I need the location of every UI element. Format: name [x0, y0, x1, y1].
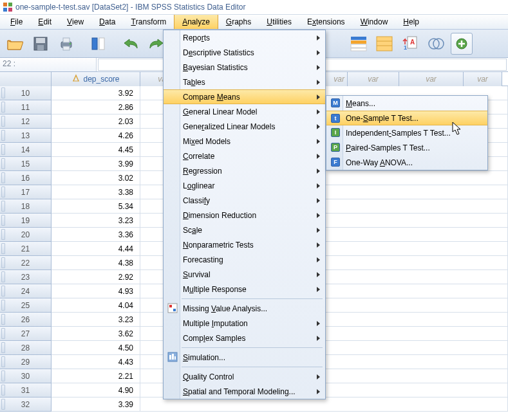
- cell[interactable]: 4.45: [52, 143, 140, 157]
- undo-button[interactable]: [120, 33, 142, 55]
- row-header[interactable]: 25: [0, 298, 52, 313]
- row-header[interactable]: 22: [0, 256, 52, 270]
- cell[interactable]: 3.23: [52, 313, 140, 327]
- cell[interactable]: 3.92: [52, 86, 140, 100]
- column-header[interactable]: var: [399, 72, 464, 86]
- cell[interactable]: 2.92: [52, 270, 140, 284]
- row-header[interactable]: 28: [0, 341, 52, 355]
- cell[interactable]: 5.34: [52, 199, 140, 214]
- row-header[interactable]: 10: [0, 86, 52, 100]
- value-labels-icon[interactable]: [373, 33, 395, 55]
- menu-item-correlate[interactable]: Correlate: [164, 149, 325, 163]
- row-header[interactable]: 12: [0, 114, 52, 129]
- submenu-item-means[interactable]: MMeans...: [326, 96, 487, 111]
- cell[interactable]: 4.43: [52, 355, 140, 369]
- column-header[interactable]: var: [464, 72, 502, 86]
- cell[interactable]: 4.26: [52, 129, 140, 143]
- row-header[interactable]: 13: [0, 129, 52, 143]
- row-header[interactable]: 32: [0, 397, 52, 412]
- row-header[interactable]: 31: [0, 383, 52, 397]
- menu-item-spatial-and-temporal-modeling[interactable]: Spatial and Temporal Modeling...: [164, 384, 325, 399]
- menu-item-dimension-reduction[interactable]: Dimension Reduction: [164, 208, 325, 223]
- row-header[interactable]: 26: [0, 313, 52, 327]
- submenu-item-one-way-anova[interactable]: FOne-Way ANOVA...: [326, 155, 487, 170]
- menu-item-compare-means[interactable]: Compare Means: [164, 89, 325, 104]
- menu-item-complex-samples[interactable]: Complex Samples: [164, 331, 325, 345]
- menu-item-missing-value-analysis[interactable]: Missing Value Analysis...: [164, 301, 325, 316]
- submenu-item-independent-samples-t-test[interactable]: IIndependent-Samples T Test...: [326, 125, 487, 140]
- menu-window[interactable]: Window: [353, 15, 396, 29]
- menu-item-nonparametric-tests[interactable]: Nonparametric Tests: [164, 237, 325, 252]
- menu-item-tables[interactable]: Tables: [164, 75, 325, 89]
- menu-item-general-linear-model[interactable]: General Linear Model: [164, 104, 325, 119]
- save-button[interactable]: [30, 33, 52, 55]
- menu-graphs[interactable]: Graphs: [218, 15, 259, 29]
- menu-item-multiple-imputation[interactable]: Multiple Imputation: [164, 316, 325, 331]
- menu-item-quality-control[interactable]: Quality Control: [164, 369, 325, 384]
- menu-item-generalized-linear-models[interactable]: Generalized Linear Models: [164, 119, 325, 134]
- cell[interactable]: 2.03: [52, 114, 140, 129]
- row-header[interactable]: 11: [0, 100, 52, 114]
- insert-variable-icon[interactable]: A1: [399, 33, 421, 55]
- menu-transform[interactable]: Transform: [123, 15, 174, 29]
- menu-item-mixed-models[interactable]: Mixed Models: [164, 134, 325, 149]
- menu-item-loglinear[interactable]: Loglinear: [164, 178, 325, 193]
- menu-file[interactable]: File: [3, 15, 30, 29]
- cell[interactable]: 2.86: [52, 100, 140, 114]
- menu-item-simulation[interactable]: Simulation...: [164, 350, 325, 365]
- row-header[interactable]: 24: [0, 284, 52, 298]
- column-header[interactable]: dep_score: [52, 72, 140, 86]
- menu-item-bayesian-statistics[interactable]: Bayesian Statistics: [164, 60, 325, 75]
- row-header[interactable]: 15: [0, 157, 52, 171]
- menu-item-reports[interactable]: Reports: [164, 30, 325, 45]
- cell[interactable]: 3.02: [52, 171, 140, 185]
- row-header[interactable]: 17: [0, 185, 52, 199]
- menu-extensions[interactable]: Extensions: [299, 15, 353, 29]
- menu-item-survival[interactable]: Survival: [164, 267, 325, 282]
- menu-item-multiple-response[interactable]: Multiple Response: [164, 282, 325, 297]
- print-button[interactable]: [55, 33, 77, 55]
- cell[interactable]: 4.50: [52, 341, 140, 355]
- venn-icon[interactable]: [425, 33, 447, 55]
- row-header[interactable]: 19: [0, 214, 52, 228]
- cell[interactable]: 3.62: [52, 327, 140, 341]
- cell[interactable]: 4.93: [52, 284, 140, 298]
- menu-data[interactable]: Data: [91, 15, 123, 29]
- row-header[interactable]: 16: [0, 171, 52, 185]
- cell[interactable]: 3.99: [52, 157, 140, 171]
- row-header[interactable]: 27: [0, 327, 52, 341]
- cell[interactable]: 2.21: [52, 369, 140, 383]
- submenu-item-one-sample-t-test[interactable]: tOne-Sample T Test...: [326, 111, 487, 125]
- menu-item-forecasting[interactable]: Forecasting: [164, 252, 325, 267]
- menu-view[interactable]: View: [59, 15, 91, 29]
- row-header[interactable]: 21: [0, 242, 52, 256]
- menu-help[interactable]: Help: [395, 15, 427, 29]
- menu-utilities[interactable]: Utilities: [259, 15, 299, 29]
- menu-analyze[interactable]: Analyze: [174, 15, 218, 29]
- cell-empty[interactable]: [140, 397, 508, 412]
- cell[interactable]: 3.23: [52, 214, 140, 228]
- row-header[interactable]: 14: [0, 143, 52, 157]
- row-header[interactable]: 23: [0, 270, 52, 284]
- menu-item-descriptive-statistics[interactable]: Descriptive Statistics: [164, 45, 325, 60]
- row-header[interactable]: 29: [0, 355, 52, 369]
- cell[interactable]: 4.38: [52, 256, 140, 270]
- data-view-button[interactable]: [88, 33, 109, 55]
- cell[interactable]: 3.38: [52, 185, 140, 199]
- add-button[interactable]: [451, 33, 473, 55]
- column-header[interactable]: var: [348, 72, 399, 86]
- cell[interactable]: 4.90: [52, 383, 140, 397]
- menu-item-regression[interactable]: Regression: [164, 163, 325, 178]
- submenu-item-paired-samples-t-test[interactable]: PPaired-Samples T Test...: [326, 140, 487, 155]
- menu-edit[interactable]: Edit: [30, 15, 59, 29]
- cell[interactable]: 4.04: [52, 298, 140, 313]
- cell[interactable]: 4.44: [52, 242, 140, 256]
- cell[interactable]: 3.39: [52, 397, 140, 412]
- open-file-button[interactable]: [4, 33, 26, 55]
- grid-corner[interactable]: [0, 72, 52, 86]
- row-header[interactable]: 30: [0, 369, 52, 383]
- cell[interactable]: 3.36: [52, 228, 140, 242]
- row-header[interactable]: 20: [0, 228, 52, 242]
- row-header[interactable]: 18: [0, 199, 52, 214]
- menu-item-scale[interactable]: Scale: [164, 223, 325, 237]
